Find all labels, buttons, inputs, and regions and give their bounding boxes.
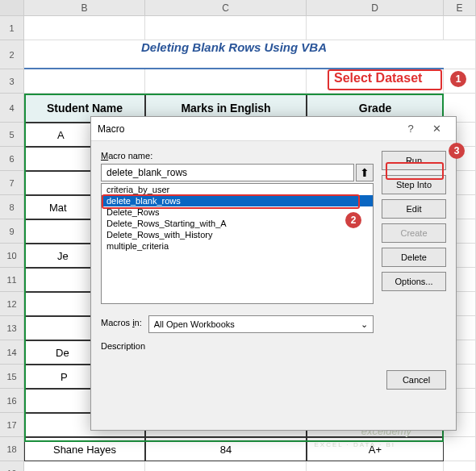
close-icon[interactable]: ✕ bbox=[424, 118, 449, 140]
row-header[interactable]: 14 bbox=[0, 340, 24, 365]
macro-list[interactable]: criteria_by_user delete_blank_rows Delet… bbox=[101, 183, 374, 304]
row-header[interactable]: 17 bbox=[0, 413, 24, 437]
row-header[interactable]: 9 bbox=[0, 219, 24, 244]
description-label: Description bbox=[101, 341, 374, 351]
row-header[interactable]: 3 bbox=[0, 69, 24, 94]
macros-in-label: Macros in: bbox=[101, 318, 142, 327]
col-header-e[interactable]: E bbox=[444, 0, 476, 15]
col-header-b[interactable]: B bbox=[24, 0, 145, 15]
select-all-corner[interactable] bbox=[0, 0, 24, 15]
row-header[interactable]: 12 bbox=[0, 292, 24, 316]
chevron-down-icon: ⌄ bbox=[361, 319, 368, 330]
row-headers: 1 2 3 4 5 6 7 8 9 10 11 12 13 14 15 16 1… bbox=[0, 16, 24, 471]
annotation-run-box bbox=[386, 162, 444, 180]
row-header[interactable]: 6 bbox=[0, 147, 24, 171]
row-header[interactable]: 1 bbox=[0, 16, 24, 40]
annotation-list-selection bbox=[102, 194, 360, 209]
annotation-select-dataset-label: Select Dataset bbox=[334, 71, 422, 85]
delete-button[interactable]: Delete bbox=[382, 248, 446, 267]
macro-list-item[interactable]: multiple_criteria bbox=[102, 240, 373, 252]
row-header[interactable]: 7 bbox=[0, 171, 24, 195]
row-header[interactable]: 5 bbox=[0, 123, 24, 147]
table-cell-name: Shane Hayes bbox=[24, 437, 145, 461]
annotation-badge-1: 1 bbox=[450, 71, 466, 87]
row-header[interactable]: 16 bbox=[0, 389, 24, 413]
cancel-button[interactable]: Cancel bbox=[386, 370, 446, 390]
macro-name-label: Macro name: bbox=[101, 151, 374, 160]
sheet-title: Deleting Blank Rows Using VBA bbox=[24, 40, 444, 69]
options-button[interactable]: Options... bbox=[382, 272, 446, 291]
table-cell-marks: 84 bbox=[145, 437, 307, 461]
create-button: Create bbox=[382, 223, 446, 243]
macro-name-input[interactable] bbox=[101, 164, 354, 181]
row-header[interactable]: 19 bbox=[0, 461, 24, 471]
macro-list-item[interactable]: Delete_Rows_with_History bbox=[102, 229, 373, 240]
col-header-d[interactable]: D bbox=[307, 0, 444, 15]
dialog-title: Macro bbox=[98, 123, 398, 135]
column-headers: B C D E bbox=[0, 0, 476, 16]
row-header[interactable]: 13 bbox=[0, 316, 24, 340]
annotation-badge-3: 3 bbox=[449, 143, 465, 159]
row-header[interactable]: 4 bbox=[0, 94, 24, 123]
help-icon[interactable]: ? bbox=[398, 118, 424, 140]
annotation-badge-2: 2 bbox=[345, 212, 361, 228]
row-header[interactable]: 18 bbox=[0, 437, 24, 461]
col-header-c[interactable]: C bbox=[145, 0, 307, 15]
macro-list-item[interactable]: criteria_by_user bbox=[102, 184, 373, 195]
watermark-sub: EXCEL · DATA · BI bbox=[314, 441, 395, 448]
row-header[interactable]: 8 bbox=[0, 195, 24, 219]
row-header[interactable]: 10 bbox=[0, 244, 24, 268]
dialog-titlebar[interactable]: Macro ? ✕ bbox=[91, 117, 456, 141]
row-header[interactable]: 11 bbox=[0, 268, 24, 292]
row-header[interactable]: 15 bbox=[0, 365, 24, 389]
row-header[interactable]: 2 bbox=[0, 40, 24, 69]
macro-list-item[interactable]: Delete_Rows_Starting_with_A bbox=[102, 218, 373, 229]
collapse-icon[interactable]: ⬆ bbox=[356, 164, 374, 181]
edit-button[interactable]: Edit bbox=[382, 199, 446, 219]
macros-in-select[interactable]: All Open Workbooks ⌄ bbox=[148, 315, 374, 333]
